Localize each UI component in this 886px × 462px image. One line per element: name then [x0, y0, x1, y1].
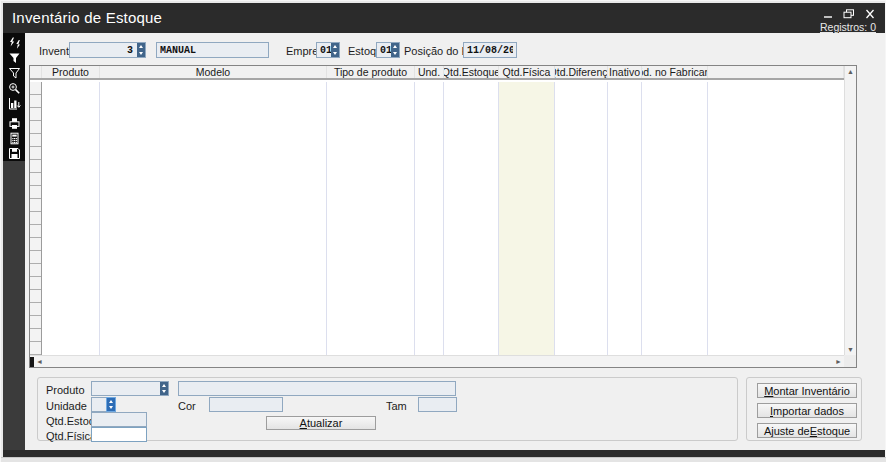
column-header-modelo[interactable]: Modelo	[100, 66, 327, 78]
title-bar: Inventário de Estoque Registros: 0	[3, 3, 885, 33]
print-icon[interactable]	[7, 116, 22, 131]
scroll-right-icon[interactable]: ►	[835, 358, 842, 365]
empresa-spinner[interactable]	[331, 43, 339, 57]
toolbar	[3, 33, 25, 161]
calculator-icon[interactable]	[7, 131, 22, 146]
window-controls	[821, 8, 877, 20]
row-selector-header	[30, 66, 42, 78]
window-frame-bottom	[1, 457, 886, 462]
montar-inventario-button[interactable]: Montar Inventário	[757, 383, 857, 398]
zoom-search-icon[interactable]	[7, 81, 22, 96]
cor-field[interactable]	[209, 397, 283, 412]
tam-field[interactable]	[418, 397, 457, 412]
sync-icon[interactable]	[7, 36, 22, 51]
hscroll-thumb[interactable]	[30, 357, 34, 367]
horizontal-scrollbar[interactable]: ◄ ►	[30, 355, 844, 367]
scroll-up-icon[interactable]: ▲	[847, 68, 854, 75]
tam-label: Tam	[386, 400, 407, 412]
inventario-desc-value: MANUAL	[160, 45, 265, 56]
grid-column-qtd-fisica[interactable]	[499, 82, 555, 355]
save-icon[interactable]	[7, 146, 22, 161]
column-header-inativo[interactable]: Inativo	[608, 66, 642, 78]
app-window: Inventário de Estoque Registros: 0 Inven…	[0, 0, 886, 462]
grid-column-modelo[interactable]	[100, 82, 327, 355]
detail-qtd-estoque-field[interactable]	[91, 412, 147, 427]
inventario-value: 3	[73, 45, 142, 56]
column-header-filler	[708, 66, 844, 78]
inventario-field[interactable]: 3	[69, 42, 146, 58]
grid-column-tipo-produto[interactable]	[327, 82, 415, 355]
grid-column-qtd-diferenca[interactable]	[555, 82, 608, 355]
scroll-down-icon[interactable]: ▼	[847, 346, 854, 353]
detail-qtd-fisica-label: Qtd.Física	[46, 430, 96, 442]
column-header-tipo-produto[interactable]: Tipo de produto	[327, 66, 415, 78]
clear-filter-icon[interactable]	[7, 66, 22, 81]
detail-produto-spinner[interactable]	[160, 382, 168, 395]
column-header-qtd-fisica[interactable]: Qtd.Física	[499, 66, 555, 78]
scroll-left-icon[interactable]: ◄	[36, 358, 43, 365]
grid-column-filler	[708, 82, 844, 355]
grid-header: Produto Modelo Tipo de produto Und. Qtd.…	[30, 66, 844, 80]
posicao-estoque-field[interactable]: 11/08/2022	[463, 42, 517, 58]
column-header-cod-fabricante[interactable]: Cód. no Fabricante	[642, 66, 708, 78]
row-selector-column[interactable]	[30, 82, 42, 355]
posicao-estoque-value: 11/08/2022	[467, 45, 513, 56]
bottom-strip	[3, 450, 885, 457]
unidade-spinner[interactable]	[107, 398, 115, 411]
inventario-spinner[interactable]	[137, 43, 145, 57]
filter-icon[interactable]	[7, 51, 22, 66]
scrollbar-corner	[844, 355, 856, 367]
page-title: Inventário de Estoque	[12, 9, 162, 26]
grid-body[interactable]	[30, 82, 844, 355]
column-header-produto[interactable]: Produto	[42, 66, 100, 78]
grid-column-qtd-estoque[interactable]	[444, 82, 499, 355]
grid-column-und[interactable]	[415, 82, 444, 355]
detail-produto-desc-field[interactable]	[178, 381, 456, 396]
left-sidebar	[3, 33, 25, 450]
vertical-scrollbar[interactable]: ▲ ▼	[844, 66, 856, 355]
minimize-icon[interactable]	[821, 8, 835, 20]
restore-icon[interactable]	[842, 8, 856, 20]
detail-produto-field[interactable]	[91, 381, 169, 396]
importar-dados-button[interactable]: Importar dados	[757, 403, 857, 418]
inventario-desc-field[interactable]: MANUAL	[156, 42, 269, 58]
cor-label: Cor	[178, 400, 196, 412]
column-header-qtd-estoque[interactable]: Qtd.Estoque	[444, 66, 499, 78]
grid-column-produto[interactable]	[42, 82, 100, 355]
chart-export-icon[interactable]	[7, 96, 22, 111]
column-header-qtd-diferenca[interactable]: Qtd.Diferença	[555, 66, 608, 78]
grid-column-inativo[interactable]	[608, 82, 642, 355]
inventory-grid: Produto Modelo Tipo de produto Und. Qtd.…	[29, 65, 857, 368]
detail-produto-label: Produto	[46, 384, 85, 396]
column-header-und[interactable]: Und.	[415, 66, 444, 78]
empresa-field[interactable]: 01	[316, 42, 340, 58]
estoque-field[interactable]: 01	[376, 42, 400, 58]
estoque-spinner[interactable]	[391, 43, 399, 57]
close-icon[interactable]	[863, 8, 877, 20]
registros-link[interactable]: Registros: 0	[820, 21, 876, 33]
unidade-field[interactable]	[91, 397, 116, 412]
detail-qtd-fisica-field[interactable]	[91, 427, 147, 442]
unidade-label: Unidade	[46, 400, 87, 412]
ajuste-estoque-button[interactable]: Ajuste de Estoque	[757, 423, 857, 438]
grid-column-cod-fabricante[interactable]	[642, 82, 708, 355]
atualizar-button[interactable]: Atualizar	[266, 416, 376, 430]
